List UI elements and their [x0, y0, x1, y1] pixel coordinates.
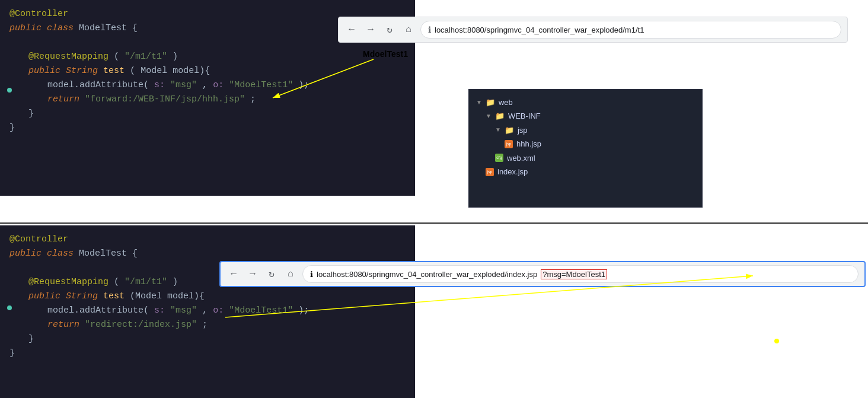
file-icon-indexjsp: jsp — [486, 168, 494, 176]
svg-point-4 — [774, 339, 779, 343]
section-divider — [0, 222, 868, 224]
refresh-icon: ↻ — [387, 24, 392, 36]
bottom-code-line-7: return "redirect:/index.jsp" ; — [9, 318, 406, 332]
chevron-webinf: ▼ — [486, 111, 492, 122]
file-name-hhhjsp: hhh.jsp — [516, 137, 541, 151]
tree-item-hhhjsp: jsp hhh.jsp — [505, 137, 695, 151]
bottom-code-line-1: @Controller — [9, 233, 406, 247]
forward-button-bottom[interactable]: → — [245, 267, 260, 281]
bottom-section: @Controller public class ModelTest { @Re… — [0, 225, 868, 398]
chevron-web: ▼ — [476, 97, 482, 108]
tree-item-jsp: ▼ 📁 jsp — [495, 123, 695, 137]
file-icon-hhhjsp: jsp — [505, 140, 513, 148]
folder-name-webinf: WEB-INF — [508, 109, 541, 123]
top-section: @Controller public class ModelTest { @Re… — [0, 0, 868, 202]
class-modeltest: ModelTest { — [79, 23, 138, 33]
code-line-7: return "forward:/WEB-INF/jsp/hhh.jsp" ; — [9, 93, 406, 107]
back-button-bottom[interactable]: ← — [226, 267, 241, 281]
code-line-6: model.addAttribute( s: "msg" , o: "Mdoel… — [9, 78, 406, 93]
bottom-code-line-2: public class ModelTest { — [9, 247, 406, 261]
back-icon: ← — [349, 24, 355, 35]
file-name-indexjsp: index.jsp — [497, 165, 528, 179]
info-icon-top: ℹ — [428, 25, 431, 34]
request-mapping-annotation: @RequestMapping — [28, 52, 108, 62]
code-line-4: @RequestMapping ( "/m1/t1" ) — [9, 50, 406, 64]
code-panel-bottom: @Controller public class ModelTest { @Re… — [0, 225, 415, 398]
code-line-5: public String test ( Model model){ — [9, 64, 406, 78]
folder-icon-webinf: 📁 — [495, 109, 505, 123]
code-line-8: } — [9, 107, 406, 121]
file-icon-webxml: cfg — [495, 154, 503, 162]
annotation-controller: @Controller — [9, 9, 68, 19]
folder-name-web: web — [499, 95, 513, 109]
tree-item-webxml: cfg web.xml — [495, 151, 695, 165]
forward-icon-bottom: → — [250, 269, 256, 279]
bottom-code-line-9: } — [9, 346, 406, 361]
url-text-top: localhost:8080/springmvc_04_controller_w… — [435, 26, 644, 34]
info-icon-bottom: ℹ — [310, 270, 313, 279]
folder-name-jsp: jsp — [518, 123, 528, 137]
forward-button[interactable]: → — [363, 23, 378, 37]
address-bar-top[interactable]: ℹ localhost:8080/springmvc_04_controller… — [420, 21, 841, 39]
url-text-bottom-normal: localhost:8080/springmvc_04_controller_w… — [317, 270, 537, 279]
code-line-9: } — [9, 121, 406, 135]
refresh-button[interactable]: ↻ — [382, 23, 397, 37]
refresh-button-bottom[interactable]: ↻ — [264, 267, 279, 281]
browser-bar-top[interactable]: ← → ↻ ⌂ ℹ localhost:8080/springmvc_04_co… — [338, 17, 848, 43]
file-tree-content: ▼ 📁 web ▼ 📁 WEB-INF ▼ 📁 jsp jsp hhh.jsp … — [469, 90, 702, 184]
bottom-code-line-6: model.addAttribute( s: "msg" , o: "Mdoel… — [9, 304, 406, 318]
url-text-bottom-highlight: ?msg=MdoelTest1 — [541, 269, 607, 279]
browser-bar-bottom[interactable]: ← → ↻ ⌂ ℹ localhost:8080/springmvc_04_co… — [219, 261, 866, 287]
home-icon-bottom: ⌂ — [288, 269, 293, 279]
refresh-icon-bottom: ↻ — [269, 268, 275, 280]
forward-icon: → — [368, 24, 374, 35]
address-bar-bottom[interactable]: ℹ localhost:8080/springmvc_04_controller… — [302, 265, 859, 283]
folder-icon-jsp: 📁 — [505, 123, 514, 137]
chevron-jsp: ▼ — [495, 125, 501, 135]
file-tree-panel: ▼ 📁 web ▼ 📁 WEB-INF ▼ 📁 jsp jsp hhh.jsp … — [468, 89, 703, 208]
tree-item-webinf: ▼ 📁 WEB-INF — [486, 109, 695, 123]
kw-public-class: public class — [9, 23, 74, 33]
bottom-code-line-5: public String test (Model model){ — [9, 289, 406, 304]
gutter-indicator-top — [7, 88, 12, 93]
file-name-webxml: web.xml — [507, 151, 535, 165]
gutter-indicator-bottom — [7, 305, 12, 310]
folder-icon-web: 📁 — [486, 95, 495, 109]
tree-item-web: ▼ 📁 web — [476, 95, 695, 109]
annotation-label-top: MdoelTest1 — [363, 49, 408, 59]
home-button[interactable]: ⌂ — [401, 23, 416, 37]
home-icon: ⌂ — [406, 24, 411, 35]
home-button-bottom[interactable]: ⌂ — [283, 267, 298, 281]
back-button[interactable]: ← — [344, 23, 359, 37]
tree-item-indexjsp: jsp index.jsp — [486, 165, 695, 179]
back-icon-bottom: ← — [231, 269, 237, 279]
bottom-code-line-8: } — [9, 332, 406, 346]
code-content-bottom: @Controller public class ModelTest { @Re… — [0, 225, 415, 368]
